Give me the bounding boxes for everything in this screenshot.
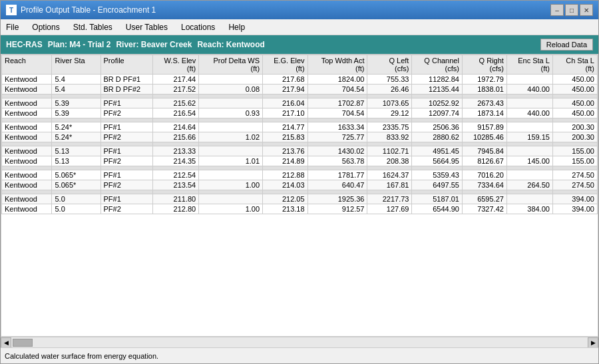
menu-help[interactable]: Help (226, 21, 248, 33)
app-icon: T (6, 5, 17, 15)
window-title: Profile Output Table - Encroachment 1 (21, 5, 156, 15)
title-bar-left: T Profile Output Table - Encroachment 1 (6, 5, 156, 15)
col-qleft: Q Left(cfs) (367, 55, 412, 75)
status-text: Calculated water surface from energy equ… (5, 352, 158, 360)
table-row: Kentwood5.24*PF#2215.661.02215.83725.778… (2, 132, 598, 142)
table-row: Kentwood5.24*PF#1214.64214.771633.342335… (2, 122, 598, 132)
reach-label: Reach: Kentwood (197, 40, 264, 49)
hec-ras-label: HEC-RAS (6, 40, 43, 49)
reload-button[interactable]: Reload Data (540, 39, 593, 51)
title-controls: – □ ✕ (550, 4, 593, 16)
table-row: Kentwood5.0PF#1211.80212.051925.362217.7… (2, 194, 598, 204)
main-window: T Profile Output Table - Encroachment 1 … (0, 0, 599, 364)
title-bar: T Profile Output Table - Encroachment 1 … (1, 1, 598, 19)
col-ws: W.S. Elev(ft) (153, 55, 199, 75)
status-bar: Calculated water surface from energy equ… (1, 347, 598, 363)
menu-file[interactable]: File (3, 21, 21, 33)
h-scrollbar[interactable]: ◀ ▶ (1, 337, 598, 347)
plan-label: Plan: M4 - Trial 2 (48, 40, 111, 49)
table-container[interactable]: Reach River Sta Profile W.S. Elev(ft) Pr… (1, 54, 598, 337)
table-row: Kentwood5.065*PF#2213.541.00214.03640.47… (2, 180, 598, 190)
h-scroll-track[interactable] (11, 337, 588, 347)
info-bar: HEC-RAS Plan: M4 - Trial 2 River: Beaver… (1, 35, 598, 54)
table-row: Kentwood5.39PF#1215.62216.041702.871073.… (2, 98, 598, 108)
table-row: Kentwood5.13PF#2214.351.01214.89563.7820… (2, 156, 598, 166)
menu-locations[interactable]: Locations (178, 21, 218, 33)
table-row: Kentwood5.0PF#2212.801.00213.18912.57127… (2, 204, 598, 214)
minimize-button[interactable]: – (550, 4, 564, 16)
menu-user-tables[interactable]: User Tables (123, 21, 170, 33)
table-body: Kentwood5.4BR D PF#1217.44217.681824.007… (2, 75, 598, 214)
data-table: Reach River Sta Profile W.S. Elev(ft) Pr… (1, 55, 598, 214)
table-row: Kentwood5.4BR D PF#1217.44217.681824.007… (2, 75, 598, 85)
col-enc: Enc Sta L(ft) (506, 55, 552, 75)
col-qright: Q Right(cfs) (462, 55, 506, 75)
table-row: Kentwood5.39PF#2216.540.93217.10704.5429… (2, 108, 598, 118)
header-row: Reach River Sta Profile W.S. Elev(ft) Pr… (2, 55, 598, 75)
col-reach: Reach (2, 55, 52, 75)
col-eg: E.G. Elev(ft) (263, 55, 308, 75)
table-row: Kentwood5.065*PF#1212.54212.881781.77162… (2, 170, 598, 180)
menu-bar: File Options Std. Tables User Tables Loc… (1, 19, 598, 35)
info-bar-text: HEC-RAS Plan: M4 - Trial 2 River: Beaver… (6, 40, 265, 49)
col-chsta: Ch Sta L(ft) (552, 55, 597, 75)
col-profile: Profile (100, 55, 153, 75)
menu-options[interactable]: Options (29, 21, 62, 33)
col-river: River Sta (52, 55, 100, 75)
close-button[interactable]: ✕ (580, 4, 593, 16)
col-qchan: Q Channel(cfs) (412, 55, 462, 75)
table-row: Kentwood5.4BR D PF#2217.520.08217.94704.… (2, 85, 598, 94)
col-prof-delta: Prof Delta WS(ft) (199, 55, 263, 75)
h-scroll-thumb[interactable] (13, 339, 33, 347)
table-row: Kentwood5.13PF#1213.33213.761430.021102.… (2, 146, 598, 156)
menu-std-tables[interactable]: Std. Tables (71, 21, 115, 33)
h-scroll-right-btn[interactable]: ▶ (588, 337, 598, 348)
river-label: River: Beaver Creek (116, 40, 192, 49)
col-top: Top Wdth Act(ft) (307, 55, 367, 75)
h-scroll-left-btn[interactable]: ◀ (1, 337, 11, 348)
maximize-button[interactable]: □ (565, 4, 578, 16)
